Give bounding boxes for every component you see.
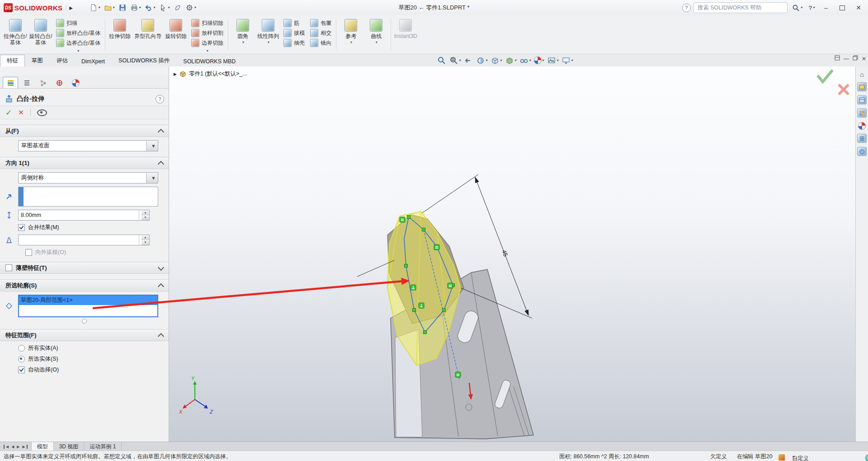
section-view-icon[interactable]: ▾ (475, 56, 488, 66)
next-tab-icon[interactable]: ▶ (16, 445, 20, 449)
draft-outward-checkbox[interactable] (25, 249, 32, 256)
zoom-area-icon[interactable]: ▾ (448, 56, 462, 66)
combo-arrow-icon[interactable]: ▾ (146, 173, 158, 183)
curves-button[interactable]: 曲线 ▾ (363, 15, 389, 54)
tab-features[interactable]: 特征 (0, 55, 25, 66)
attachment-button[interactable] (172, 3, 183, 13)
list-item[interactable]: 草图20-局部范围<1> (19, 296, 157, 305)
depth-input[interactable]: 8.00mm ▲▼ (18, 210, 150, 221)
tab-evaluate[interactable]: 评估 (50, 55, 75, 66)
doc-close-icon[interactable]: ✕ (862, 56, 866, 62)
tab-3d-views[interactable]: 3D 视图 (54, 442, 85, 451)
search-input[interactable]: 搜索 SOLIDWORKS 帮助 (693, 2, 788, 13)
tab-model[interactable]: 模型 (31, 442, 54, 451)
end-condition-combo[interactable]: 两侧对称 ▾ (18, 172, 158, 183)
search-button[interactable]: ▾ (790, 3, 804, 13)
hide-show-items-icon[interactable]: ▾ (519, 56, 532, 66)
menu-expand-icon[interactable]: ▶ (66, 5, 75, 11)
combo-arrow-icon[interactable]: ▾ (146, 141, 158, 151)
revolve-cut-button[interactable]: 旋转切除 (163, 15, 189, 54)
rib-button[interactable]: 筋 (283, 19, 305, 27)
auto-select-checkbox[interactable] (18, 367, 25, 373)
custom-properties-icon[interactable] (857, 134, 867, 143)
cut-more-icon[interactable]: ▾ (191, 49, 223, 53)
list-resize-handle[interactable] (82, 319, 87, 324)
zoom-fit-icon[interactable] (436, 56, 447, 66)
draft-input[interactable]: ▲▼ (18, 235, 150, 245)
maximize-button[interactable] (835, 2, 849, 13)
linear-pattern-button[interactable]: 线性阵列 ▾ (255, 15, 281, 54)
thin-feature-checkbox[interactable] (5, 264, 12, 271)
appearances-icon[interactable] (858, 122, 866, 130)
edit-appearance-icon[interactable]: ▾ (533, 56, 545, 65)
view-orientation-icon[interactable]: ▾ (490, 56, 503, 66)
pm-help-icon[interactable]: ? (156, 95, 164, 103)
boss-more-icon[interactable]: ▾ (56, 49, 100, 53)
options-gear-button[interactable]: ▾ (184, 3, 198, 13)
section-from-header[interactable]: 从(F) (0, 125, 169, 137)
confirmation-accept-icon[interactable] (818, 71, 832, 82)
selected-bodies-radio[interactable] (18, 356, 25, 362)
section-feature-scope-header[interactable]: 特征范围(F) (0, 329, 169, 341)
featuremanager-tab[interactable] (3, 77, 18, 88)
new-document-button[interactable]: ▾ (88, 3, 102, 13)
undo-button[interactable]: ▾ (143, 3, 157, 13)
section-selected-contours-header[interactable]: 所选轮廓(S) (0, 279, 169, 292)
extrude-cut-button[interactable]: 拉伸切除 (107, 15, 132, 54)
section-thin-feature-header[interactable]: 薄壁特征(T) (0, 262, 169, 274)
lofted-boss-button[interactable]: 放样凸台/基体 (56, 29, 100, 37)
preview-eye-icon[interactable] (37, 109, 47, 116)
wrap-button[interactable]: 包覆 (310, 19, 331, 27)
prev-tab-icon[interactable]: ◀ (11, 445, 14, 449)
help-menu-button[interactable]: ?▾ (807, 3, 816, 13)
tab-dimxpert[interactable]: DimXpert (75, 56, 112, 66)
last-tab-icon[interactable]: ▶ (22, 445, 27, 449)
previous-view-icon[interactable] (463, 56, 474, 66)
propertymanager-tab[interactable] (19, 77, 34, 88)
resources-icon[interactable] (857, 147, 867, 156)
open-button[interactable]: ▾ (103, 3, 116, 13)
display-style-icon[interactable]: ▾ (504, 56, 517, 66)
lofted-cut-button[interactable]: 放样切割 (191, 29, 223, 37)
tab-motion-study[interactable]: 运动算例 1 (84, 442, 122, 451)
from-combo[interactable]: 草图基准面 ▾ (18, 140, 158, 151)
close-button[interactable]: ✕ (852, 2, 865, 13)
direction-reference-box[interactable] (18, 187, 158, 207)
first-tab-icon[interactable]: ◀ (4, 445, 9, 449)
revolve-boss-button[interactable]: 旋转凸台/基体 (28, 15, 53, 54)
home-icon[interactable]: ⌂ (858, 70, 866, 78)
file-explorer-icon[interactable] (857, 95, 867, 104)
doc-tile-icon[interactable] (835, 55, 840, 62)
tab-mbd[interactable]: SOLIDWORKS MBD (176, 56, 242, 66)
draft-button[interactable]: 拔模 (283, 29, 305, 37)
boundary-boss-button[interactable]: 边界凸台/基体 (56, 39, 100, 47)
displaymanager-tab[interactable] (68, 77, 83, 88)
save-button[interactable] (117, 3, 128, 13)
doc-minimize-icon[interactable]: — (844, 56, 849, 62)
dimxpertmanager-tab[interactable] (52, 77, 67, 88)
print-button[interactable]: ▾ (129, 3, 142, 13)
swept-cut-button[interactable]: 扫描切除 (191, 19, 223, 27)
hole-wizard-button[interactable]: 异型孔向导 (132, 15, 163, 54)
tab-sketch[interactable]: 草图 (25, 55, 50, 66)
cancel-button[interactable]: ✕ (18, 108, 24, 117)
view-settings-icon[interactable]: ▾ (561, 56, 574, 66)
tab-addins[interactable]: SOLIDWORKS 插件 (112, 55, 176, 66)
swept-boss-button[interactable]: 扫描 (56, 19, 100, 27)
draft-spinner[interactable]: ▲▼ (139, 235, 149, 245)
direction-arrow-icon[interactable] (0, 193, 18, 200)
status-custom-dropdown[interactable]: 自定义 ▾ (792, 453, 794, 459)
mirror-button[interactable]: 镜向 (310, 39, 331, 47)
merge-result-checkbox[interactable] (18, 224, 25, 231)
intersect-button[interactable]: 相交 (310, 29, 331, 37)
extrude-boss-button[interactable]: 拉伸凸台/基体 (3, 15, 28, 54)
apply-scene-icon[interactable]: ▾ (546, 56, 559, 66)
ok-button[interactable]: ✓ (5, 108, 12, 118)
design-library-icon[interactable] (857, 82, 867, 91)
all-bodies-radio[interactable] (18, 345, 25, 352)
doc-restore-icon[interactable] (853, 55, 858, 62)
select-arrow-button[interactable]: ▾ (158, 3, 171, 13)
configurationmanager-tab[interactable] (35, 77, 51, 88)
reference-geometry-button[interactable]: 参考 ▾ (338, 15, 363, 54)
shell-button[interactable]: 抽壳 (283, 39, 305, 47)
